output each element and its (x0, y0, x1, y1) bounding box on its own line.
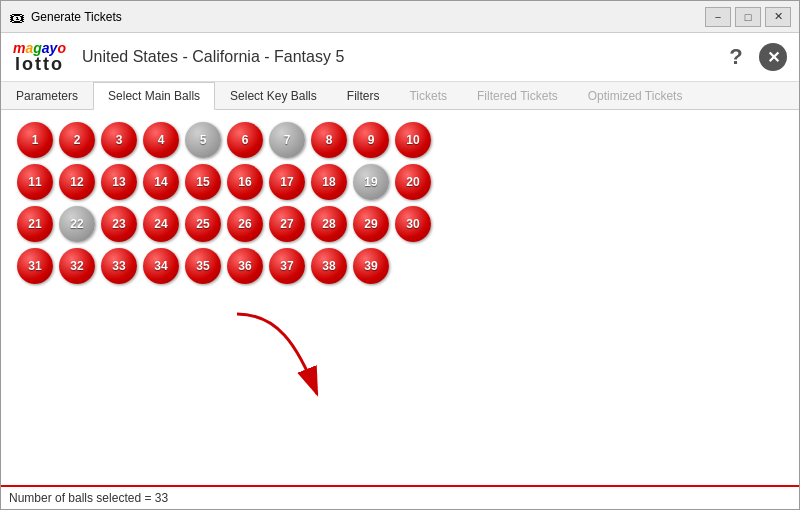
status-text: Number of balls selected = 33 (9, 491, 168, 505)
ball-17[interactable]: 17 (269, 164, 305, 200)
tab-tickets: Tickets (394, 82, 462, 109)
window-controls: − □ ✕ (705, 7, 791, 27)
tab-bar: Parameters Select Main Balls Select Key … (1, 82, 799, 110)
ball-31[interactable]: 31 (17, 248, 53, 284)
app-icon: 🎟 (9, 9, 25, 25)
close-button[interactable]: ✕ (765, 7, 791, 27)
ball-28[interactable]: 28 (311, 206, 347, 242)
ball-5[interactable]: 5 (185, 122, 221, 158)
ball-21[interactable]: 21 (17, 206, 53, 242)
logo-magayo: magayo (13, 41, 66, 55)
ball-26[interactable]: 26 (227, 206, 263, 242)
balls-row-2: 11121314151617181920 (17, 164, 783, 200)
ball-2[interactable]: 2 (59, 122, 95, 158)
main-window: 🎟 Generate Tickets − □ ✕ magayo lotto Un… (0, 0, 800, 510)
tab-filters[interactable]: Filters (332, 82, 395, 109)
balls-grid: 1234567891011121314151617181920212223242… (17, 122, 783, 284)
ball-14[interactable]: 14 (143, 164, 179, 200)
ball-9[interactable]: 9 (353, 122, 389, 158)
ball-30[interactable]: 30 (395, 206, 431, 242)
ball-34[interactable]: 34 (143, 248, 179, 284)
ball-39[interactable]: 39 (353, 248, 389, 284)
title-bar: 🎟 Generate Tickets − □ ✕ (1, 1, 799, 33)
ball-37[interactable]: 37 (269, 248, 305, 284)
ball-23[interactable]: 23 (101, 206, 137, 242)
ball-7[interactable]: 7 (269, 122, 305, 158)
tab-select-main-balls[interactable]: Select Main Balls (93, 82, 215, 110)
arrow-indicator (217, 304, 377, 424)
tab-select-key-balls[interactable]: Select Key Balls (215, 82, 332, 109)
lottery-title: United States - California - Fantasy 5 (82, 48, 705, 66)
ball-27[interactable]: 27 (269, 206, 305, 242)
ball-6[interactable]: 6 (227, 122, 263, 158)
ball-22[interactable]: 22 (59, 206, 95, 242)
ball-19[interactable]: 19 (353, 164, 389, 200)
window-title: Generate Tickets (31, 10, 699, 24)
help-button[interactable]: ? (721, 44, 751, 70)
ball-11[interactable]: 11 (17, 164, 53, 200)
balls-row-1: 12345678910 (17, 122, 783, 158)
status-bar: Number of balls selected = 33 (1, 485, 799, 509)
header-actions: ? ✕ (721, 43, 787, 71)
ball-3[interactable]: 3 (101, 122, 137, 158)
ball-24[interactable]: 24 (143, 206, 179, 242)
ball-10[interactable]: 10 (395, 122, 431, 158)
arrow-area (17, 284, 783, 473)
maximize-button[interactable]: □ (735, 7, 761, 27)
ball-29[interactable]: 29 (353, 206, 389, 242)
app-header: magayo lotto United States - California … (1, 33, 799, 82)
ball-36[interactable]: 36 (227, 248, 263, 284)
ball-8[interactable]: 8 (311, 122, 347, 158)
ball-16[interactable]: 16 (227, 164, 263, 200)
ball-4[interactable]: 4 (143, 122, 179, 158)
ball-20[interactable]: 20 (395, 164, 431, 200)
ball-12[interactable]: 12 (59, 164, 95, 200)
ball-25[interactable]: 25 (185, 206, 221, 242)
minimize-button[interactable]: − (705, 7, 731, 27)
ball-18[interactable]: 18 (311, 164, 347, 200)
tab-parameters[interactable]: Parameters (1, 82, 93, 109)
logo: magayo lotto (13, 41, 66, 73)
ball-13[interactable]: 13 (101, 164, 137, 200)
ball-15[interactable]: 15 (185, 164, 221, 200)
ball-38[interactable]: 38 (311, 248, 347, 284)
ball-33[interactable]: 33 (101, 248, 137, 284)
balls-row-4: 313233343536373839 (17, 248, 783, 284)
ball-1[interactable]: 1 (17, 122, 53, 158)
tab-optimized-tickets: Optimized Tickets (573, 82, 698, 109)
logo-lotto: lotto (15, 55, 64, 73)
ball-35[interactable]: 35 (185, 248, 221, 284)
tab-filtered-tickets: Filtered Tickets (462, 82, 573, 109)
balls-row-3: 21222324252627282930 (17, 206, 783, 242)
ball-32[interactable]: 32 (59, 248, 95, 284)
content-area: 1234567891011121314151617181920212223242… (1, 110, 799, 485)
close-circle-button[interactable]: ✕ (759, 43, 787, 71)
